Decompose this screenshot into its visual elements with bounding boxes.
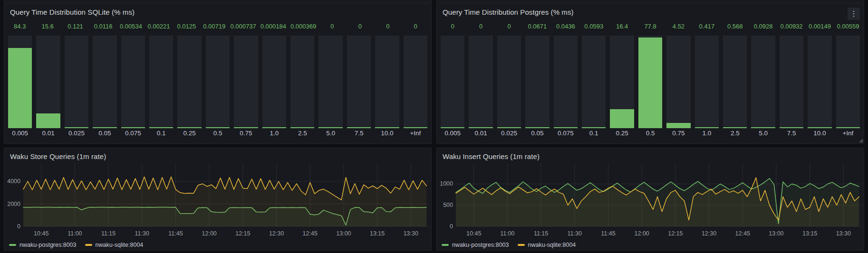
legend-swatch-green [442, 244, 449, 246]
bar-track [723, 36, 747, 128]
bar-fill [262, 127, 286, 128]
bucket-label: 0.05 [525, 130, 549, 137]
bucket-label: 0.01 [469, 130, 492, 137]
bar-fill [723, 127, 747, 128]
bucket-label: 0.005 [8, 130, 32, 137]
bar-value: 0.00932 [780, 23, 803, 30]
bar-value: 0.000369 [290, 23, 316, 30]
bar-fill [206, 127, 230, 128]
bar-value: 0.0928 [751, 23, 775, 30]
series-area-yellow [23, 177, 426, 227]
bar-value: 0 [376, 23, 399, 30]
x-axis-tick-label: 13:30 [404, 230, 418, 237]
bar-value: 0.00149 [808, 23, 831, 30]
bar-track [347, 36, 371, 128]
x-axis-tick-label: 12:30 [269, 230, 284, 237]
bucket-label: 0.25 [610, 130, 634, 137]
x-axis-tick-label: 10:45 [34, 230, 48, 237]
bar-fill [347, 127, 371, 128]
bucket-label: 0.075 [554, 130, 578, 137]
bar-value: 4.52 [666, 23, 690, 30]
bar-row [4, 36, 431, 128]
legend-item[interactable]: nwaku-postgres:8003 [442, 242, 509, 248]
bar-value: 0.0116 [91, 23, 115, 30]
bucket-label: 0.075 [121, 130, 145, 137]
bar-track [65, 36, 88, 128]
bar-fill [554, 127, 578, 128]
bar-fill [93, 127, 116, 128]
bar-fill [404, 127, 427, 128]
x-axis-tick-label: 10:45 [466, 230, 481, 237]
x-axis-tick-label: 12:45 [303, 230, 318, 237]
panel-header: Waku Store Queries (1m rate) [4, 148, 431, 160]
bucket-label-row: 0.0050.010.0250.050.0750.10.250.50.751.0… [4, 130, 431, 137]
panel-above-left-edge [4, 0, 432, 3]
panel-title[interactable]: Waku Store Queries (1m rate) [10, 152, 106, 160]
bar-track [36, 36, 60, 128]
bar-track [206, 36, 230, 128]
bar-value: 0.0593 [582, 23, 606, 30]
bar-track [290, 36, 314, 128]
bar-fill [290, 127, 314, 128]
bar-fill [8, 48, 32, 129]
x-axis-tick-label: 12:00 [635, 230, 649, 237]
bar-fill [638, 37, 662, 128]
bar-value: 15.6 [36, 23, 59, 30]
panel-header: Waku Insert Queries (1m rate) [437, 148, 864, 160]
bar-fill [318, 127, 342, 128]
panel-title[interactable]: Query Time Distribution SQLite (% ms) [10, 8, 135, 16]
bar-track [808, 36, 831, 128]
bar-value: 0.568 [723, 23, 747, 30]
bar-track [8, 36, 32, 128]
bar-track [441, 36, 464, 128]
panel-header: Query Time Distribution SQLite (% ms) [4, 4, 431, 16]
bar-value: 0.000184 [260, 23, 286, 30]
bar-value: 0.121 [64, 23, 87, 30]
panel-menu-icon[interactable]: ⋮ [848, 8, 860, 20]
bar-fill [375, 127, 399, 128]
y-axis-tick-label: 4000 [7, 178, 20, 185]
bar-value: 0.0436 [554, 23, 578, 30]
bar-fill [469, 127, 492, 128]
insert-queries-chart[interactable]: 0500100010:4511:0011:1511:3011:4512:0012… [437, 163, 864, 241]
bar-value-row: 84.315.60.1210.01160.005340.002210.01250… [4, 23, 431, 30]
legend-label: nwaku-sqlite:8004 [96, 242, 144, 248]
bar-fill [751, 127, 775, 128]
bucket-label: 1.0 [262, 130, 286, 137]
x-axis-tick-label: 12:45 [735, 230, 750, 237]
bucket-label: 0.025 [65, 130, 88, 137]
bar-track [497, 36, 521, 128]
bar-value: 0.0671 [525, 23, 549, 30]
bucket-label: +Inf [836, 130, 860, 137]
bar-track [121, 36, 145, 128]
bar-fill [666, 123, 690, 128]
bar-track [836, 36, 860, 128]
bucket-label: 0.025 [497, 130, 521, 137]
bar-value: 0 [404, 23, 427, 30]
bar-fill [497, 127, 521, 128]
panel-title[interactable]: Waku Insert Queries (1m rate) [443, 152, 540, 160]
bar-value: 84.3 [8, 23, 31, 30]
bar-fill [610, 109, 634, 128]
legend-item[interactable]: nwaku-sqlite:8004 [518, 242, 576, 248]
panel-resize-handle[interactable] [859, 139, 863, 142]
bar-track [234, 36, 258, 128]
bar-track [375, 36, 399, 128]
x-axis-tick-label: 13:00 [769, 230, 783, 237]
bucket-label: 0.25 [177, 130, 201, 137]
bar-value: 0.000737 [231, 23, 256, 30]
y-axis-tick-label: 2000 [7, 201, 20, 207]
y-axis-tick-label: 1000 [440, 180, 453, 187]
legend-item[interactable]: nwaku-sqlite:8004 [85, 242, 144, 248]
legend-item[interactable]: nwaku-postgres:8003 [9, 242, 77, 248]
bucket-label: 2.5 [290, 130, 314, 137]
bar-value: 0.00221 [147, 23, 170, 30]
bucket-label: 7.5 [347, 130, 371, 137]
bucket-label: 10.0 [375, 130, 399, 137]
store-queries-chart[interactable]: 02000400010:4511:0011:1511:3011:4512:001… [4, 163, 431, 241]
legend-label: nwaku-postgres:8003 [19, 242, 77, 248]
bucket-label: 0.005 [441, 130, 464, 137]
bucket-label: 0.5 [638, 130, 662, 137]
panel-title[interactable]: Query Time Distribution Postgres (% ms) [443, 8, 574, 16]
bar-value-row: 0000.06710.04360.059316.477.84.520.4170.… [437, 23, 864, 30]
